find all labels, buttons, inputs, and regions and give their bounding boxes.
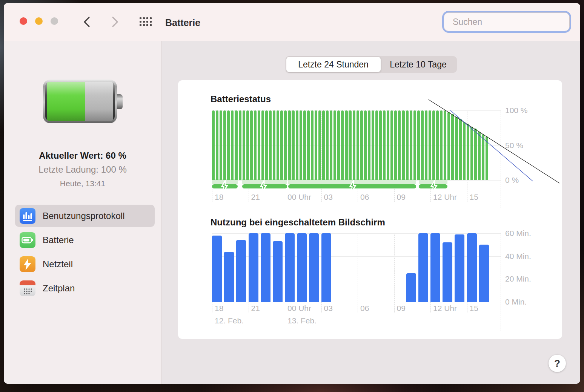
battery-level-bar: [254, 110, 257, 180]
forward-button[interactable]: [109, 15, 121, 28]
screen-on-usage-bar: [455, 234, 464, 302]
battery-level-bar: [337, 110, 340, 180]
last-charge-label: Letzte Ladung: 100 %: [4, 164, 161, 175]
screen-on-usage-bar: [249, 233, 258, 302]
battery-level-bar: [292, 110, 294, 180]
battery-level-bar: [235, 110, 237, 180]
battery-level-bar: [394, 110, 397, 180]
battery-level-bar: [261, 110, 264, 180]
battery-level-bar: [417, 110, 420, 180]
sidebar-item-label: Benutzungsprotokoll: [43, 211, 124, 221]
sidebar-item-label: Zeitplan: [43, 283, 75, 294]
tab-letzte-24-stunden[interactable]: Letzte 24 Stunden: [286, 57, 381, 72]
minimize-window-button[interactable]: [35, 17, 43, 25]
current-value-label: Aktueller Wert: 60 %: [4, 150, 161, 161]
sidebar-item-benutzungsprotokoll[interactable]: Benutzungsprotokoll: [15, 205, 155, 227]
battery-level-bar: [425, 110, 427, 180]
battery-level-bar: [333, 110, 336, 180]
zoom-window-button[interactable]: [51, 17, 58, 25]
battery-level-bar: [413, 110, 416, 180]
battery-level-bar: [303, 110, 306, 180]
battery-level-bar: [455, 117, 458, 180]
battery-level-bar: [364, 110, 367, 180]
sidebar-item-batterie[interactable]: Batterie: [15, 229, 155, 251]
screen-on-usage-bar: [467, 233, 477, 302]
battery-level-bar: [288, 110, 290, 180]
battery-level-bar: [440, 110, 443, 180]
battery-level-bar: [223, 110, 226, 180]
x-gridline: [501, 110, 501, 208]
battery-terminal: [117, 94, 123, 109]
x-axis-tick-label: 12 Uhr: [433, 304, 457, 313]
close-window-button[interactable]: [20, 17, 27, 25]
search-input[interactable]: [452, 17, 565, 28]
battery-level-bar: [212, 110, 215, 180]
battery-level-bar: [470, 127, 473, 181]
screen-on-usage-bar: [273, 241, 283, 302]
x-axis-tick-label: 21: [251, 304, 260, 313]
sidebar-item-zeitplan[interactable]: Zeitplan: [15, 277, 155, 299]
battery-level-bar: [227, 110, 230, 180]
chevron-right-icon: [112, 16, 118, 28]
tab-letzte-10-tage[interactable]: Letzte 10 Tage: [381, 57, 456, 72]
battery-level-bar: [220, 110, 222, 180]
battery-level-bar: [318, 110, 321, 180]
battery-level-bar: [265, 110, 268, 180]
battery-level-bar: [311, 110, 314, 180]
battery-level-graphic: [43, 80, 117, 123]
x-axis-tick-label: 18: [215, 193, 223, 202]
window-controls: [20, 17, 58, 25]
x-axis-tick-label: 09: [397, 304, 406, 313]
battery-preferences-window: Batterie Aktueller Wert: 60 % Letzte Lad…: [4, 3, 580, 384]
y-axis-tick-label: 50 %: [505, 141, 523, 150]
x-axis-date-label: 12. Feb.: [215, 316, 244, 325]
x-axis-tick-label: 00 Uhr: [287, 304, 311, 313]
x-axis-tick-label: 18: [215, 304, 223, 313]
y-axis-tick-label: 0 Min.: [505, 297, 527, 306]
help-button[interactable]: ?: [549, 355, 566, 372]
battery-level-bar: [447, 112, 450, 180]
battery-level-bar: [307, 110, 310, 180]
battery-level-bar: [432, 110, 435, 180]
back-button[interactable]: [80, 15, 93, 28]
battery-level-bar: [250, 110, 253, 180]
main-content: Letzte 24 Stunden Letzte 10 Tage Batteri…: [162, 41, 580, 384]
charging-bolt-icon: [348, 180, 357, 193]
battery-level-bar: [398, 110, 401, 180]
battery-level-bar: [315, 110, 317, 180]
x-axis-tick-label: 21: [251, 193, 260, 202]
x-gridline: [394, 233, 395, 312]
battery-level-bar: [421, 110, 424, 180]
battery-level-bar: [322, 110, 325, 180]
schedule-icon: [20, 280, 35, 296]
battery-level-bar: [429, 110, 431, 180]
battery-icon: [20, 232, 35, 248]
screen-on-usage-bar: [309, 233, 319, 302]
x-axis-tick-label: 09: [397, 193, 406, 202]
charging-bolt-icon: [220, 180, 229, 193]
sidebar-item-label: Batterie: [43, 235, 74, 245]
battery-level-bar: [360, 110, 363, 180]
y-axis-tick-label: 40 Min.: [505, 252, 531, 261]
search-field[interactable]: [444, 12, 570, 31]
x-axis-tick-label: 15: [470, 304, 478, 313]
screen-on-usage-bar: [236, 240, 246, 302]
screen-on-usage-bar: [297, 233, 307, 302]
battery-level-bar: [474, 129, 477, 180]
sidebar-item-label: Netzteil: [43, 259, 73, 270]
battery-status-chart-title: Batteriestatus: [211, 94, 271, 104]
last-charge-time: Heute, 13:41: [4, 179, 161, 188]
sidebar-item-netzteil[interactable]: Netzteil: [15, 253, 155, 275]
battery-level-bar: [372, 110, 374, 180]
screen-on-usage-bar: [406, 273, 416, 302]
show-all-grid-icon[interactable]: [140, 17, 152, 29]
battery-level-bar: [345, 110, 347, 180]
battery-level-bar: [451, 114, 454, 180]
x-axis-tick-label: 12 Uhr: [433, 193, 457, 202]
y-axis-tick-label: 20 Min.: [505, 274, 531, 283]
battery-level-bar: [300, 110, 302, 180]
battery-level-bar: [349, 110, 351, 180]
battery-level-bar: [326, 110, 329, 180]
sidebar-nav: Benutzungsprotokoll Batterie Netzteil: [15, 205, 155, 299]
screen-on-usage-bar: [285, 233, 295, 302]
